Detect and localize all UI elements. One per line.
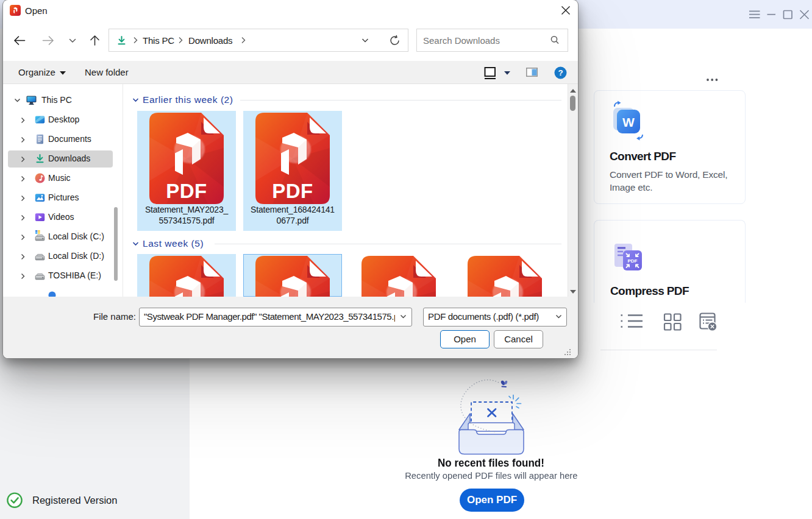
svg-text:?: ?: [558, 68, 563, 77]
svg-text:W: W: [622, 115, 635, 129]
svg-text:PDF: PDF: [628, 258, 638, 264]
